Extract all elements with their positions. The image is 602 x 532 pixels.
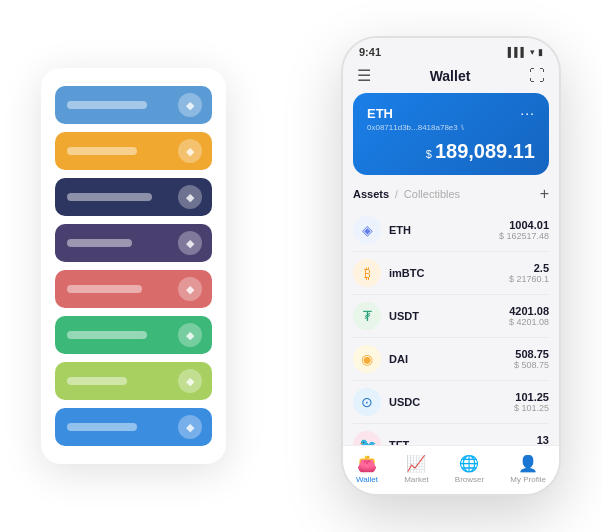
card-icon: ◆	[178, 93, 202, 117]
eth-currency-symbol: $	[426, 148, 432, 160]
card-item: ◆	[55, 178, 212, 216]
nav-item-market[interactable]: 📈Market	[404, 454, 428, 484]
phone-content: ETH ··· 0x08711d3b...8418a78e3 ⑊ $189,08…	[343, 93, 559, 445]
nav-icon-wallet: 👛	[357, 454, 377, 473]
card-stack: ◆◆◆◆◆◆◆◆	[41, 68, 226, 464]
nav-icon-my-profile: 👤	[518, 454, 538, 473]
card-line	[67, 193, 152, 201]
asset-row[interactable]: ⊙USDC101.25$ 101.25	[353, 381, 549, 424]
phone-header: ☰ Wallet ⛶	[343, 62, 559, 93]
menu-icon[interactable]: ☰	[357, 66, 371, 85]
card-icon: ◆	[178, 139, 202, 163]
card-icon: ◆	[178, 231, 202, 255]
asset-amounts: 101.25$ 101.25	[514, 391, 549, 413]
card-icon: ◆	[178, 185, 202, 209]
card-icon: ◆	[178, 415, 202, 439]
asset-amount: 508.75	[514, 348, 549, 360]
card-item: ◆	[55, 132, 212, 170]
asset-name: DAI	[389, 353, 514, 365]
card-item: ◆	[55, 86, 212, 124]
asset-row[interactable]: ₿imBTC2.5$ 21760.1	[353, 252, 549, 295]
nav-icon-browser: 🌐	[459, 454, 479, 473]
eth-card-header: ETH ···	[367, 105, 535, 121]
expand-icon[interactable]: ⛶	[529, 67, 545, 85]
wifi-icon: ▾	[530, 47, 535, 57]
battery-icon: ▮	[538, 47, 543, 57]
card-item: ◆	[55, 362, 212, 400]
asset-icon-tft: 🐦	[353, 431, 381, 445]
card-item: ◆	[55, 408, 212, 446]
bottom-nav: 👛Wallet📈Market🌐Browser👤My Profile	[343, 445, 559, 494]
asset-row[interactable]: ◉DAI508.75$ 508.75	[353, 338, 549, 381]
asset-usd: $ 21760.1	[509, 274, 549, 284]
card-line	[67, 285, 142, 293]
tabs-left: Assets / Collectibles	[353, 188, 460, 200]
asset-amount: 2.5	[509, 262, 549, 274]
asset-amounts: 1004.01$ 162517.48	[499, 219, 549, 241]
tab-separator: /	[395, 189, 398, 200]
asset-usd: $ 4201.08	[509, 317, 549, 327]
asset-usd: $ 162517.48	[499, 231, 549, 241]
card-line	[67, 101, 147, 109]
eth-card-dots[interactable]: ···	[520, 105, 535, 121]
phone: 9:41 ▌▌▌ ▾ ▮ ☰ Wallet ⛶ ETH ··· 0x08711d…	[341, 36, 561, 496]
asset-amount: 13	[537, 434, 549, 445]
card-icon: ◆	[178, 277, 202, 301]
asset-name: ETH	[389, 224, 499, 236]
card-icon: ◆	[178, 369, 202, 393]
add-asset-button[interactable]: +	[540, 185, 549, 203]
status-bar: 9:41 ▌▌▌ ▾ ▮	[343, 38, 559, 62]
card-line	[67, 239, 132, 247]
nav-item-wallet[interactable]: 👛Wallet	[356, 454, 378, 484]
assets-tabs: Assets / Collectibles +	[353, 185, 549, 203]
eth-balance-value: 189,089.11	[435, 140, 535, 162]
eth-card: ETH ··· 0x08711d3b...8418a78e3 ⑊ $189,08…	[353, 93, 549, 175]
nav-item-my-profile[interactable]: 👤My Profile	[510, 454, 546, 484]
scene: ◆◆◆◆◆◆◆◆ 9:41 ▌▌▌ ▾ ▮ ☰ Wallet ⛶ ETH ···	[21, 21, 581, 511]
eth-card-label: ETH	[367, 106, 393, 121]
nav-label-market: Market	[404, 475, 428, 484]
asset-amount: 1004.01	[499, 219, 549, 231]
asset-amounts: 508.75$ 508.75	[514, 348, 549, 370]
nav-icon-market: 📈	[406, 454, 426, 473]
nav-item-browser[interactable]: 🌐Browser	[455, 454, 484, 484]
eth-address: 0x08711d3b...8418a78e3 ⑊	[367, 123, 535, 132]
asset-amounts: 4201.08$ 4201.08	[509, 305, 549, 327]
nav-label-my-profile: My Profile	[510, 475, 546, 484]
asset-amounts: 130	[537, 434, 549, 445]
card-icon: ◆	[178, 323, 202, 347]
asset-amount: 101.25	[514, 391, 549, 403]
card-item: ◆	[55, 316, 212, 354]
signal-icon: ▌▌▌	[508, 47, 527, 57]
asset-row[interactable]: 🐦TFT130	[353, 424, 549, 445]
card-item: ◆	[55, 224, 212, 262]
asset-row[interactable]: ◈ETH1004.01$ 162517.48	[353, 209, 549, 252]
status-time: 9:41	[359, 46, 381, 58]
asset-amounts: 2.5$ 21760.1	[509, 262, 549, 284]
asset-icon-eth: ◈	[353, 216, 381, 244]
asset-icon-dai: ◉	[353, 345, 381, 373]
asset-list: ◈ETH1004.01$ 162517.48₿imBTC2.5$ 21760.1…	[353, 209, 549, 445]
status-icons: ▌▌▌ ▾ ▮	[508, 47, 543, 57]
header-title: Wallet	[430, 68, 471, 84]
eth-balance: $189,089.11	[367, 140, 535, 163]
card-item: ◆	[55, 270, 212, 308]
asset-amount: 4201.08	[509, 305, 549, 317]
card-line	[67, 147, 137, 155]
card-line	[67, 377, 127, 385]
asset-row[interactable]: ₮USDT4201.08$ 4201.08	[353, 295, 549, 338]
asset-icon-imbtc: ₿	[353, 259, 381, 287]
nav-label-browser: Browser	[455, 475, 484, 484]
asset-icon-usdc: ⊙	[353, 388, 381, 416]
tab-collectibles[interactable]: Collectibles	[404, 188, 460, 200]
nav-label-wallet: Wallet	[356, 475, 378, 484]
asset-usd: $ 101.25	[514, 403, 549, 413]
asset-icon-usdt: ₮	[353, 302, 381, 330]
asset-name: USDT	[389, 310, 509, 322]
card-line	[67, 423, 137, 431]
card-line	[67, 331, 147, 339]
asset-name: imBTC	[389, 267, 509, 279]
asset-usd: $ 508.75	[514, 360, 549, 370]
asset-name: USDC	[389, 396, 514, 408]
tab-assets[interactable]: Assets	[353, 188, 389, 200]
